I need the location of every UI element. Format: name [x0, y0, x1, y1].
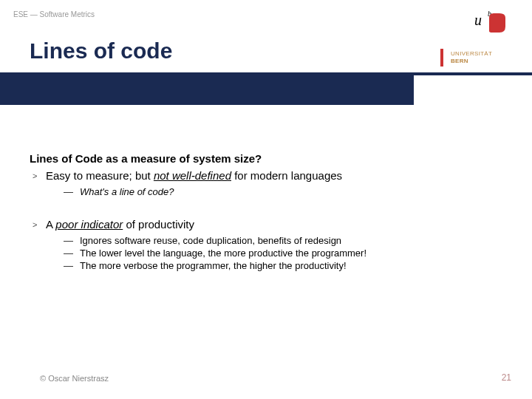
bullet-1: > Easy to measure; but not well-defined …	[30, 169, 502, 182]
logo-line1: UNIVERSITÄT	[451, 50, 492, 57]
title-bar	[0, 72, 414, 105]
page-title: Lines of code	[30, 38, 172, 64]
logo-stripe	[440, 49, 443, 66]
em-dash-icon: —	[64, 260, 80, 271]
bullet-2-sub-2: — The lower level the language, the more…	[64, 248, 502, 259]
university-logo: u b UNIVERSITÄT BERN	[440, 6, 514, 72]
bullet-2-sub-2-text: The lower level the language, the more p…	[80, 248, 366, 259]
slide: ESE — Software Metrics Lines of code u b…	[0, 0, 532, 399]
bullet-2-sub-1: — Ignores software reuse, code duplicati…	[64, 235, 502, 246]
bullet-1-post: for modern languages	[231, 169, 342, 182]
bullet-2: > A poor indicator of productivity	[30, 218, 502, 231]
chevron-right-icon: >	[30, 169, 46, 180]
title-bar-extension	[414, 72, 532, 75]
svg-text:u: u	[474, 12, 482, 28]
bullet-1-sub-1: — What's a line of code?	[64, 186, 502, 197]
bullet-2-em: poor indicator	[55, 218, 123, 231]
bullet-2-sub: — Ignores software reuse, code duplicati…	[64, 235, 502, 271]
breadcrumb: ESE — Software Metrics	[13, 10, 95, 18]
u-b-mark-icon: u b	[473, 9, 508, 33]
bullet-1-text: Easy to measure; but not well-defined fo…	[46, 169, 342, 182]
content-area: Lines of Code as a measure of system siz…	[30, 152, 502, 279]
bullet-2-sub-1-text: Ignores software reuse, code duplication…	[80, 235, 341, 246]
bullet-1-em: not well-defined	[154, 169, 231, 182]
bullet-2-text: A poor indicator of productivity	[46, 218, 194, 231]
bullet-2-sub-3-text: The more verbose the programmer, the hig…	[80, 260, 347, 271]
bullet-2-post: of productivity	[123, 218, 194, 231]
copyright: © Oscar Nierstrasz	[40, 374, 109, 383]
bullet-1-pre: Easy to measure; but	[46, 169, 154, 182]
em-dash-icon: —	[64, 186, 80, 197]
em-dash-icon: —	[64, 248, 80, 259]
chevron-right-icon: >	[30, 218, 46, 229]
logo-line2: BERN	[451, 58, 468, 64]
bullet-2-pre: A	[46, 218, 55, 231]
bullet-2-sub-3: — The more verbose the programmer, the h…	[64, 260, 502, 271]
bullet-1-sub: — What's a line of code?	[64, 186, 502, 197]
em-dash-icon: —	[64, 235, 80, 246]
lead-question: Lines of Code as a measure of system siz…	[30, 152, 502, 165]
bullet-1-sub-1-text: What's a line of code?	[80, 186, 174, 197]
page-number: 21	[502, 372, 511, 383]
